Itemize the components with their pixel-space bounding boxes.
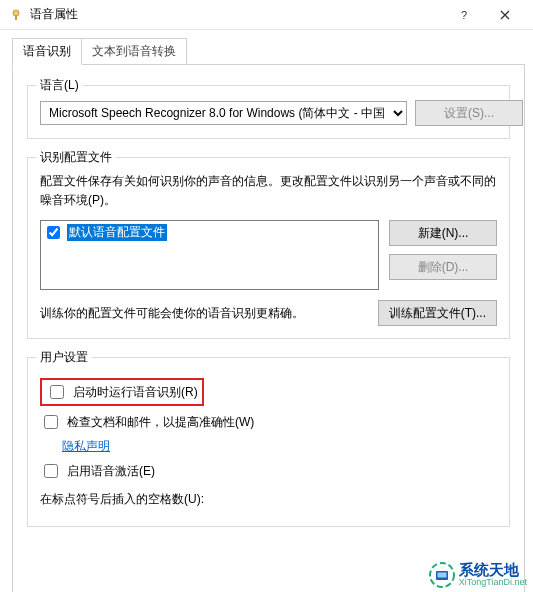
profile-item-checkbox[interactable] bbox=[47, 226, 60, 239]
train-description: 训练你的配置文件可能会使你的语音识别更精确。 bbox=[40, 305, 368, 322]
review-docs-checkbox[interactable] bbox=[44, 415, 58, 429]
svg-text:?: ? bbox=[461, 10, 467, 20]
profile-description: 配置文件保存有关如何识别你的声音的信息。更改配置文件以识别另一个声音或不同的噪音… bbox=[40, 172, 497, 210]
tab-panel: 语言(L) Microsoft Speech Recognizer 8.0 fo… bbox=[12, 64, 525, 592]
svg-rect-5 bbox=[437, 572, 446, 577]
profile-item-label: 默认语音配置文件 bbox=[67, 224, 167, 241]
speech-icon bbox=[8, 7, 24, 23]
svg-rect-1 bbox=[15, 16, 17, 20]
user-settings-group: 用户设置 启动时运行语音识别(R) 检查文档和邮件，以提高准确性(W) 隐私声明… bbox=[27, 357, 510, 527]
run-at-startup-highlight: 启动时运行语音识别(R) bbox=[40, 378, 204, 406]
tab-text-to-speech[interactable]: 文本到语音转换 bbox=[81, 38, 187, 65]
language-legend: 语言(L) bbox=[36, 77, 83, 94]
close-button[interactable] bbox=[485, 1, 525, 29]
privacy-link[interactable]: 隐私声明 bbox=[62, 438, 110, 455]
profile-legend: 识别配置文件 bbox=[36, 149, 116, 166]
run-at-startup-label: 启动时运行语音识别(R) bbox=[73, 384, 198, 401]
window-title: 语音属性 bbox=[30, 6, 445, 23]
profile-item-default[interactable]: 默认语音配置文件 bbox=[43, 223, 376, 242]
run-at-startup-checkbox[interactable] bbox=[50, 385, 64, 399]
profile-listbox[interactable]: 默认语音配置文件 bbox=[40, 220, 379, 290]
spaces-after-punct-label: 在标点符号后插入的空格数(U): bbox=[40, 491, 204, 508]
train-profile-button[interactable]: 训练配置文件(T)... bbox=[378, 300, 497, 326]
review-docs-label: 检查文档和邮件，以提高准确性(W) bbox=[67, 414, 254, 431]
delete-profile-button[interactable]: 删除(D)... bbox=[389, 254, 497, 280]
watermark: 系统天地 XiTongTianDi.net bbox=[429, 562, 527, 588]
titlebar: 语音属性 ? bbox=[0, 0, 533, 30]
user-settings-legend: 用户设置 bbox=[36, 349, 92, 366]
voice-activation-label: 启用语音激活(E) bbox=[67, 463, 155, 480]
recognizer-select[interactable]: Microsoft Speech Recognizer 8.0 for Wind… bbox=[40, 101, 407, 125]
voice-activation-checkbox[interactable] bbox=[44, 464, 58, 478]
watermark-brand: 系统天地 bbox=[459, 561, 519, 578]
recognizer-settings-button[interactable]: 设置(S)... bbox=[415, 100, 523, 126]
tab-speech-recognition[interactable]: 语音识别 bbox=[12, 38, 82, 65]
new-profile-button[interactable]: 新建(N)... bbox=[389, 220, 497, 246]
help-button[interactable]: ? bbox=[445, 1, 485, 29]
watermark-icon bbox=[429, 562, 455, 588]
tab-strip: 语音识别 文本到语音转换 bbox=[12, 38, 533, 65]
language-group: 语言(L) Microsoft Speech Recognizer 8.0 fo… bbox=[27, 85, 510, 139]
svg-point-0 bbox=[13, 10, 19, 16]
profile-group: 识别配置文件 配置文件保存有关如何识别你的声音的信息。更改配置文件以识别另一个声… bbox=[27, 157, 510, 339]
watermark-url: XiTongTianDi.net bbox=[459, 578, 527, 588]
